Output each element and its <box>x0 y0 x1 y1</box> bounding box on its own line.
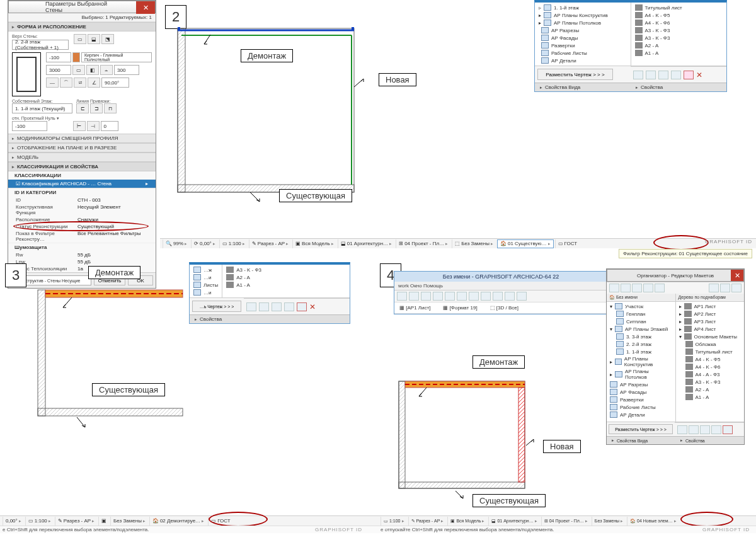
sb-cut[interactable]: ✎ Разрез - АР ▸ <box>55 517 97 526</box>
tool-icon[interactable] <box>700 425 710 434</box>
tree-item[interactable]: …и <box>191 273 220 281</box>
layout-item[interactable]: A4 - K - Ф5 <box>677 355 744 363</box>
geom-icon[interactable]: ◧ <box>86 65 99 75</box>
view-properties[interactable]: Свойства Вида <box>535 83 631 91</box>
view-props[interactable]: Свойства Вида <box>607 436 675 444</box>
tool-icon[interactable] <box>689 425 699 434</box>
layout-item[interactable]: A2 - A <box>224 273 348 281</box>
sb-scale[interactable]: ▭ 1:100 ▸ <box>381 517 407 526</box>
tool-icon[interactable] <box>469 292 479 301</box>
close-icon[interactable]: ✕ <box>696 71 702 79</box>
place-button[interactable]: …ь Чертеж > > > <box>192 301 241 312</box>
tab[interactable]: ▦ [Формат 19] <box>443 305 477 311</box>
prop-lnw[interactable]: Lnw55 дБ <box>8 258 156 265</box>
tree-item[interactable]: Листы <box>191 281 220 289</box>
layout-item[interactable]: A1 - A <box>677 393 744 401</box>
layout-item[interactable]: A3 - K - Ф3 <box>633 26 726 34</box>
layout-item[interactable]: ▸АР1 Лист <box>677 302 744 310</box>
layout-item[interactable]: ▸АР2 Лист <box>677 310 744 318</box>
sb-set[interactable]: ⊞ 04 Проект - Пл… ▸ <box>541 517 590 526</box>
left-root[interactable]: 🏠 Без имени <box>607 294 676 301</box>
layout-item[interactable]: Титульный лист <box>633 4 726 11</box>
tool-icon[interactable] <box>259 302 269 311</box>
tree-item[interactable]: АР Фасады <box>536 34 629 42</box>
tree-item[interactable]: Генплан <box>607 310 675 318</box>
refline-icon[interactable]: ⊣ <box>87 121 100 131</box>
section-model[interactable]: МОДЕЛЬ <box>8 152 156 162</box>
tool-icon[interactable] <box>609 284 619 292</box>
place-drawing-button[interactable]: Разместить Чертеж > > > <box>537 69 613 80</box>
tool-icon[interactable] <box>621 284 631 292</box>
update-icon[interactable] <box>658 71 668 79</box>
new-layout-icon[interactable] <box>633 71 643 79</box>
tab[interactable]: ▦ [АР1 Лист] <box>399 305 430 311</box>
tree-item[interactable]: Рабочие Листы <box>536 49 629 57</box>
sb-angle[interactable]: ⟳ 0,00° ▸ <box>191 239 218 248</box>
sb-zoom[interactable]: 🔍 99% ▸ <box>163 239 190 248</box>
sb-filter[interactable]: 🏠 02 Демонтируе… ▸ <box>149 517 207 526</box>
tree-item[interactable]: АР Детали <box>536 57 629 64</box>
prop-id[interactable]: IDСТН - 003 <box>8 197 156 204</box>
profile-icon[interactable]: ⬓ <box>88 34 100 44</box>
prop-rw[interactable]: Rw55 дБ <box>8 251 156 258</box>
prop-func[interactable]: Конструктивная ФункцияНесущий Элемент <box>8 204 156 216</box>
anchor-icon[interactable]: ⊓ <box>104 103 117 113</box>
val-input[interactable]: -100 <box>46 52 71 62</box>
section-class[interactable]: КЛАССИФИКАЦИЯ И СВОЙСТВА <box>8 162 156 171</box>
angle-input[interactable]: 90,00° <box>101 78 129 88</box>
tool-icon[interactable] <box>457 292 467 301</box>
delete-icon[interactable] <box>297 302 307 311</box>
tree-item[interactable]: Развертки <box>607 396 675 403</box>
properties[interactable]: Свойства <box>190 314 350 323</box>
tree-item[interactable]: ▸АР Планы Конструктив <box>607 355 675 368</box>
tool-icon[interactable] <box>655 284 665 292</box>
floor-select[interactable]: 1. 1-й этаж (Текущий) <box>12 103 72 113</box>
tool-icon[interactable] <box>517 292 527 301</box>
layout-item[interactable]: A2 - A <box>633 42 726 49</box>
tool-icon[interactable] <box>643 284 653 292</box>
material-swatch[interactable] <box>72 52 80 62</box>
sb-scale[interactable]: ▭ 1:100 ▸ <box>25 517 54 526</box>
geom-icon[interactable]: ⌒ <box>60 78 72 88</box>
tab[interactable]: ⬚ [3D / Все] <box>490 305 518 311</box>
tree-item[interactable]: АР Разрезы <box>536 26 629 34</box>
sb-view[interactable]: ⬓ 01 Архитектурн… ▸ <box>488 517 539 526</box>
sb-icon[interactable]: ▣ <box>98 517 109 526</box>
section-mod[interactable]: МОДИФИКАТОРЫ СМЕЩЕНИЯ ПРОФИЛЯ <box>8 134 156 143</box>
layout-item[interactable]: A1 - A <box>633 49 726 57</box>
sb-view[interactable]: ⬓ 01 Архитектурн… ▸ <box>338 239 394 248</box>
layout-item[interactable]: ▸АР4 Лист <box>677 325 744 333</box>
profile-icon[interactable]: ▭ <box>74 34 86 44</box>
anchor-icon[interactable]: ⊏ <box>76 103 89 113</box>
sb-model[interactable]: ▣ Вся Модель ▸ <box>447 517 487 526</box>
close-icon[interactable]: ✕ <box>309 302 316 311</box>
tool-icon[interactable] <box>720 284 730 292</box>
layout-item[interactable]: A2 - A <box>677 386 744 393</box>
menu-bar[interactable]: work Окно Помощь <box>394 282 607 290</box>
tree-item[interactable]: ▾Участок <box>607 302 675 310</box>
geom-icon[interactable]: — <box>46 78 59 88</box>
profile-icon[interactable]: ⬔ <box>101 34 114 44</box>
section-form[interactable]: ФОРМА И РАСПОЛОЖЕНИЕ <box>8 22 156 32</box>
properties[interactable]: Свойства <box>631 83 726 91</box>
layout-item[interactable]: ▾Основные Макеты <box>677 333 744 340</box>
delete-icon[interactable] <box>684 71 694 79</box>
tree-item[interactable]: ▹1. 1-й этаж <box>536 4 629 11</box>
tool-icon[interactable] <box>505 292 515 301</box>
tool-icon[interactable] <box>284 302 294 311</box>
layout-item[interactable]: A3 - K - Ф3 <box>224 266 348 273</box>
tool-icon[interactable] <box>711 425 721 434</box>
tool-icon[interactable] <box>709 284 719 292</box>
classification-row[interactable]: ☑ Классификация ARCHICAD - … Стена▸ <box>8 180 156 188</box>
geom-icon[interactable]: ⫠ <box>100 65 113 75</box>
new-master-icon[interactable] <box>646 71 656 79</box>
sb-draft[interactable]: ▭ ГОСТ <box>555 239 580 248</box>
settings-icon[interactable] <box>671 71 681 79</box>
tree-item[interactable]: Развертки <box>536 42 629 49</box>
tree-item[interactable]: ▸АР Планы Конструктив <box>536 11 629 19</box>
sb-repl[interactable]: Без Замены ▸ <box>592 517 626 526</box>
thickness-input[interactable]: 300 <box>114 65 139 75</box>
sb-repl[interactable]: ⬚ Без Замены ▸ <box>452 239 496 248</box>
section-plan[interactable]: ОТОБРАЖЕНИЕ НА ПЛАНЕ И В РАЗРЕЗЕ <box>8 143 156 152</box>
top-wall-select[interactable]: 2. 2-й этаж (Собственный + 1) <box>12 40 69 50</box>
